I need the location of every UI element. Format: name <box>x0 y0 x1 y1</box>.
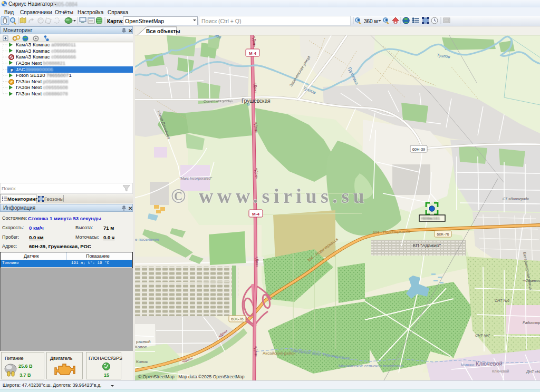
svg-text:«Дон»: «Дон» <box>254 346 258 357</box>
svg-text:«Станкос: «Станкос <box>523 279 540 282</box>
svg-text:60Н-39: 60Н-39 <box>412 147 426 152</box>
svg-text:«Дон»: «Дон» <box>255 257 259 267</box>
svg-text:60К-76: 60К-76 <box>231 317 244 321</box>
svg-text:Ключевой: Ключевой <box>492 369 509 373</box>
svg-text:«Дон»: «Дон» <box>252 36 256 47</box>
svg-text:Радиостр: Радиостр <box>523 321 540 325</box>
svg-text:Колос: Колос <box>135 345 147 349</box>
svg-text:СНТ №6: СНТ №6 <box>495 299 509 302</box>
svg-text:СТ «Виноград»: СТ «Виноград» <box>503 197 529 201</box>
svg-text:«Дон»: «Дон» <box>253 83 257 93</box>
svg-text:P: P <box>11 67 13 72</box>
svg-text:© www.sirius.su: © www.sirius.su <box>171 185 368 207</box>
svg-text:СНТ №7: СНТ №7 <box>475 334 490 337</box>
svg-text:© OpenStreetMap - Map data ©20: © OpenStreetMap - Map data ©2025 OpenStr… <box>138 374 245 379</box>
svg-text:расный: расный <box>136 339 151 344</box>
svg-text:М-4: М-4 <box>252 212 259 217</box>
svg-text:60К-76: 60К-76 <box>437 232 449 237</box>
svg-text:е поселение: е поселение <box>135 237 160 242</box>
svg-text:Аксайский район: Аксайский район <box>263 351 296 356</box>
svg-text:т608вс161: т608вс161 <box>421 216 440 221</box>
svg-text:«Дон»: «Дон» <box>254 122 258 133</box>
svg-text:«Дон»: «Дон» <box>254 168 258 179</box>
svg-text:КП "Адажио": КП "Адажио" <box>413 243 441 248</box>
svg-text:Мишкинское сельское поселение: Мишкинское сельское поселение <box>339 364 404 368</box>
svg-text:Колос: Колос <box>136 359 148 364</box>
svg-text:"Mars Incorporated": "Mars Incorporated" <box>179 177 212 181</box>
svg-text:Ключевой: Ключевой <box>476 360 503 367</box>
svg-text:Мишки: Мишки <box>461 362 475 367</box>
svg-text:ДНТ «На: ДНТ «На <box>526 370 540 374</box>
svg-text:М-4: М-4 <box>249 51 256 56</box>
svg-text:Грушевская: Грушевская <box>242 98 271 104</box>
